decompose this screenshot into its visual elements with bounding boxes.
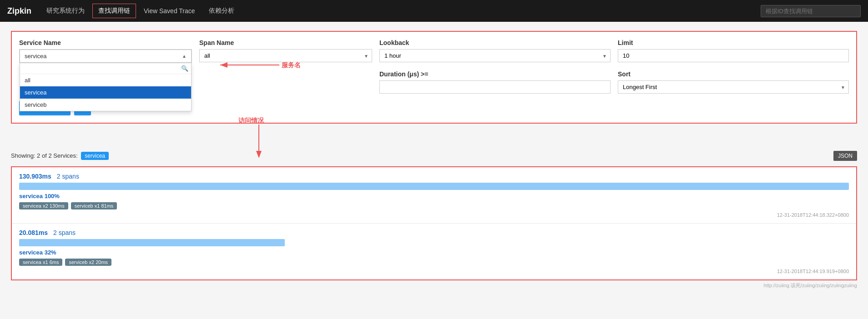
trace-id-search-input[interactable] [761,5,861,17]
trace-results-section: 130.903ms 2 spans servicea 100% servicea… [11,166,857,280]
filter-section: Service Name servicea ▲ 🔍 a [11,31,857,124]
service-name-dropdown-body: 🔍 all servicea serviceb [20,63,192,111]
trace-tags-1: servicea x2 130ms serviceb x1 81ms [19,202,849,209]
service-name-label: Service Name [19,39,192,46]
navbar: Zipkin 研究系统行为 查找调用链 View Saved Trace 依赖分… [0,0,868,22]
results-info-area: Showing: 2 of 2 Services: servicea [11,152,109,160]
lookback-label: Lookback [379,39,611,46]
trace-timestamp-2: 12-31-2018T12:44:19.919+0800 [19,269,849,274]
service-option-serviceb[interactable]: serviceb [20,99,191,111]
filter-row1: Service Name servicea ▲ 🔍 a [19,39,849,63]
span-name-group: Span Name all [199,39,372,63]
filter-outer-wrapper: Service Name servicea ▲ 🔍 a [11,31,857,124]
lookback-select-wrapper: 1 hour 2 hours 6 hours [379,49,611,62]
trace-timestamp-1: 12-31-2018T12:44:18.322+0800 [19,212,849,218]
nav-item-study[interactable]: 研究系统行为 [40,4,91,18]
limit-input[interactable] [618,49,849,62]
span-name-select-wrapper: all [199,49,372,62]
sort-select[interactable]: Longest First Shortest First [618,80,849,94]
trace-tag-item: serviceb x1 81ms [71,202,117,209]
trace-tag-item: servicea x2 130ms [19,202,68,209]
trace-tag-item: serviceb x2 20ms [65,259,111,266]
trace-bar-1 [19,183,849,190]
service-name-trigger[interactable]: servicea ▲ [20,50,192,63]
services-label: Services: [53,152,77,159]
sort-label: Sort [618,70,849,78]
sort-group: Sort Longest First Shortest First [618,70,849,94]
trace-spans-1: 2 spans [57,173,79,180]
trace-header-1: 130.903ms 2 spans [19,173,849,180]
trace-duration-1: 130.903ms [19,173,51,180]
nav-item-dependency[interactable]: 依赖分析 [203,4,240,18]
lookback-group: Lookback 1 hour 2 hours 6 hours [379,39,611,63]
trace-item[interactable]: 130.903ms 2 spans servicea 100% servicea… [12,167,856,224]
span-name-label: Span Name [199,39,372,46]
service-name-value: servicea [25,53,46,60]
lookback-select[interactable]: 1 hour 2 hours 6 hours [379,49,611,62]
results-header: Showing: 2 of 2 Services: servicea 访问情况 … [11,151,857,161]
service-name-dropdown[interactable]: servicea ▲ 🔍 all servicea service [19,49,192,63]
trace-bar-container-2 [19,239,849,246]
trace-bar-container-1 [19,183,849,190]
main-content: Service Name servicea ▲ 🔍 a [0,22,868,300]
service-option-list: all servicea serviceb [20,74,191,111]
trace-header-2: 20.081ms 2 spans [19,229,849,236]
trace-tags-2: servicea x1 6ms serviceb x2 20ms [19,259,849,266]
filter-spacer2 [199,70,372,94]
service-search-box: 🔍 [20,63,191,74]
service-option-all[interactable]: all [20,74,191,86]
service-option-servicea[interactable]: servicea [20,86,191,99]
service-name-group: Service Name servicea ▲ 🔍 a [19,39,192,63]
limit-group: Limit [618,39,849,63]
span-name-select[interactable]: all [199,49,372,62]
trace-service-label-1: servicea 100% [19,193,849,199]
navbar-search-area [761,5,861,17]
trace-service-label-2: servicea 32% [19,249,849,256]
search-icon: 🔍 [181,65,188,72]
nav-items: 研究系统行为 查找调用链 View Saved Trace 依赖分析 [40,4,761,18]
trace-spans-2: 2 spans [53,229,76,236]
nav-item-find-trace[interactable]: 查找调用链 [92,4,136,18]
duration-group: Duration (μs) >= [379,70,611,94]
duration-input[interactable] [379,80,611,94]
trace-bar-2 [19,239,285,246]
duration-label: Duration (μs) >= [379,70,611,78]
service-search-input[interactable] [23,65,181,72]
brand-logo: Zipkin [7,6,31,16]
chevron-up-icon: ▲ [182,54,187,59]
trace-duration-2: 20.081ms [19,229,48,236]
trace-tag-item: servicea x1 6ms [19,259,62,266]
sort-select-wrapper: Longest First Shortest First [618,80,849,94]
page-footer: http://zuiing.该死/zuiing/zuiing/zuiingzui… [11,280,857,291]
trace-item[interactable]: 20.081ms 2 spans servicea 32% servicea x… [12,224,856,279]
showing-count: Showing: 2 of 2 [11,152,52,159]
nav-item-view-saved[interactable]: View Saved Trace [138,4,201,18]
json-button[interactable]: JSON [833,151,857,161]
limit-label: Limit [618,39,849,46]
service-filter-badge[interactable]: servicea [81,152,109,160]
